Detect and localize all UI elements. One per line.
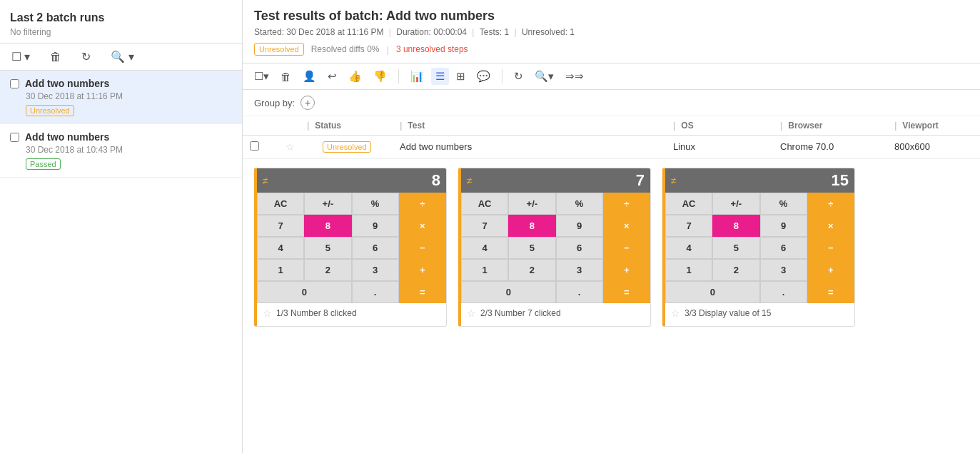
batch-item-2-checkbox[interactable]: [10, 133, 19, 142]
btn-2-3: 2: [712, 259, 759, 281]
btn-4-2: 4: [461, 237, 508, 259]
btn-8-2: 8: [508, 215, 555, 237]
calc-row-1-5: 0 . =: [257, 281, 446, 303]
btn-9-1: 9: [352, 215, 399, 237]
btn-eq-1: =: [399, 281, 446, 303]
caption-star-1[interactable]: ☆: [263, 307, 272, 319]
batch-item-2-title: Add two numbers: [10, 131, 232, 143]
calc-row-3-1: AC +/- % ÷: [665, 193, 854, 215]
table-header: | Status | Test | OS | Browser | Viewpor…: [243, 116, 980, 136]
calc-card-1-caption: ☆ 1/3 Number 8 clicked: [257, 303, 446, 326]
row-status-cell: Unresolved: [307, 141, 400, 153]
main-header: Test results of batch: Add two numbers S…: [243, 0, 980, 63]
toolbar-user[interactable]: 👤: [298, 68, 320, 85]
batch-item-1[interactable]: Add two numbers 30 Dec 2018 at 11:16 PM …: [0, 71, 242, 124]
btn-3-3: 3: [760, 259, 807, 281]
btn-ac-2: AC: [461, 193, 508, 215]
batch-item-1-badge: Unresolved: [26, 105, 74, 116]
calc-card-2-topbar: ≠ 7: [461, 168, 650, 193]
calc-card-2-caption: ☆ 2/3 Number 7 clicked: [461, 303, 650, 326]
btn-div-3: ÷: [807, 193, 854, 215]
search-btn[interactable]: 🔍 ▾: [106, 48, 138, 66]
delete-btn[interactable]: 🗑: [46, 49, 66, 66]
batch-item-2[interactable]: Add two numbers 30 Dec 2018 at 10:43 PM …: [0, 124, 242, 178]
btn-3-2: 3: [556, 259, 603, 281]
header-status: | Status: [307, 121, 400, 131]
btn-add-3: +: [807, 259, 854, 281]
btn-dot-1: .: [352, 281, 399, 303]
row-checkbox[interactable]: [250, 141, 259, 151]
calc-row-3-3: 4 5 6 −: [665, 237, 854, 259]
calc-card-3-topbar: ≠ 15: [665, 168, 854, 193]
row-viewport-cell: 800x600: [894, 141, 980, 152]
calc-row-3-4: 1 2 3 +: [665, 259, 854, 281]
btn-4-3: 4: [665, 237, 712, 259]
btn-eq-3: =: [807, 281, 854, 303]
btn-plusminus-3: +/-: [712, 193, 759, 215]
select-checkbox-btn[interactable]: ☐ ▾: [7, 48, 34, 66]
screenshots-row: ≠ 8 AC +/- % ÷ 7 8 9 ×: [243, 159, 980, 327]
btn-ac-1: AC: [257, 193, 304, 215]
row-star[interactable]: ☆: [286, 141, 295, 153]
calc-card-1: ≠ 8 AC +/- % ÷ 7 8 9 ×: [254, 168, 447, 327]
calc-card-1-body: AC +/- % ÷ 7 8 9 × 4 5 6: [257, 193, 446, 303]
btn-4-1: 4: [257, 237, 304, 259]
main-title: Test results of batch: Add two numbers: [254, 9, 969, 24]
meta-started: Started: 30 Dec 2018 at 11:16 PM: [254, 27, 383, 37]
toolbar-grid[interactable]: ⊞: [452, 68, 470, 85]
btn-6-2: 6: [556, 237, 603, 259]
sidebar-subtitle: No filtering: [10, 27, 232, 37]
status-badge-unresolved[interactable]: Unresolved: [254, 43, 304, 56]
batch-item-1-date: 30 Dec 2018 at 11:16 PM: [26, 91, 232, 101]
btn-0-3: 0: [665, 281, 760, 303]
calc-card-2-neq: ≠: [467, 175, 473, 186]
btn-1-3: 1: [665, 259, 712, 281]
btn-1-2: 1: [461, 259, 508, 281]
batch-item-1-checkbox[interactable]: [10, 79, 19, 88]
btn-div-1: ÷: [399, 193, 446, 215]
batch-item-1-title: Add two numbers: [10, 78, 232, 89]
btn-mul-3: ×: [807, 215, 854, 237]
btn-5-1: 5: [304, 237, 351, 259]
calc-card-2-display: 7: [636, 171, 645, 190]
caption-text-1: 1/3 Number 8 clicked: [276, 308, 357, 318]
toolbar-search[interactable]: 🔍▾: [530, 68, 558, 85]
toolbar-refresh[interactable]: ↻: [510, 68, 527, 85]
caption-star-3[interactable]: ☆: [671, 307, 680, 319]
btn-ac-3: AC: [665, 193, 712, 215]
toolbar-comment[interactable]: 💬: [473, 68, 495, 85]
toolbar-checkbox[interactable]: ☐▾: [250, 68, 273, 85]
toolbar-list[interactable]: ☰: [431, 68, 449, 85]
unresolved-steps-text: 3 unresolved steps: [396, 44, 468, 54]
btn-3-1: 3: [352, 259, 399, 281]
caption-star-2[interactable]: ☆: [467, 307, 476, 319]
sep-3: |: [515, 27, 519, 37]
toolbar-arrows[interactable]: ⇒⇒: [561, 68, 588, 85]
calc-row-3-2: 7 8 9 ×: [665, 215, 854, 237]
btn-div-2: ÷: [603, 193, 650, 215]
btn-5-2: 5: [508, 237, 555, 259]
btn-7-2: 7: [461, 215, 508, 237]
toolbar-thumbup[interactable]: 👍: [344, 68, 366, 85]
btn-plusminus-2: +/-: [508, 193, 555, 215]
toolbar-delete[interactable]: 🗑: [276, 68, 295, 85]
toolbar-barchart[interactable]: 📊: [406, 68, 428, 85]
calc-row-2-1: AC +/- % ÷: [461, 193, 650, 215]
btn-mul-1: ×: [399, 215, 446, 237]
calc-row-1-1: AC +/- % ÷: [257, 193, 446, 215]
toolbar-sep-1: [398, 69, 399, 83]
btn-7-1: 7: [257, 215, 304, 237]
btn-8-3: 8: [712, 215, 759, 237]
group-by-add-btn[interactable]: +: [300, 96, 315, 110]
btn-sub-1: −: [399, 237, 446, 259]
toolbar-thumbdown[interactable]: 👎: [369, 68, 391, 85]
toolbar-undo[interactable]: ↩: [323, 68, 341, 85]
btn-add-2: +: [603, 259, 650, 281]
calc-card-2: ≠ 7 AC +/- % ÷ 7 8 9 ×: [458, 168, 651, 327]
caption-text-3: 3/3 Display value of 15: [685, 308, 771, 318]
btn-mul-2: ×: [603, 215, 650, 237]
batch-item-2-badge: Passed: [26, 158, 61, 170]
refresh-btn[interactable]: ↻: [77, 48, 95, 66]
row-browser-cell: Chrome 70.0: [780, 141, 894, 152]
calc-card-1-neq: ≠: [263, 175, 268, 186]
